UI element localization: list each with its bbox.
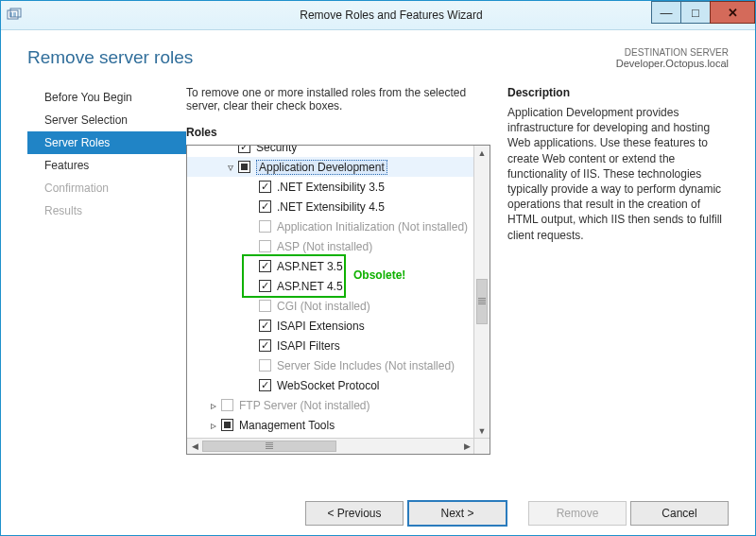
vertical-scroll-thumb[interactable] (476, 279, 488, 324)
tree-row[interactable]: Application Initialization (Not installe… (187, 216, 474, 236)
description-label: Description (507, 86, 729, 99)
tree-checkbox (221, 399, 233, 411)
tree-row[interactable]: Server Side Includes (Not installed) (187, 355, 474, 375)
tree-item-label: Server Side Includes (Not installed) (277, 359, 460, 372)
tree-row[interactable]: ▿Application Development (187, 157, 474, 177)
maximize-button[interactable]: □ (680, 1, 711, 24)
tree-row[interactable]: ▹Management Tools (187, 415, 474, 435)
wizard-steps-nav: Before You BeginServer SelectionServer R… (27, 86, 186, 491)
tree-checkbox (259, 300, 271, 312)
wizard-footer: < Previous Next > Remove Cancel (27, 491, 729, 536)
destination-server-name: Developer.Octopus.local (616, 58, 729, 69)
window-title: Remove Roles and Features Wizard (27, 9, 755, 22)
scroll-down-icon[interactable]: ▼ (474, 424, 490, 439)
tree-item-label: WebSocket Protocol (277, 379, 386, 392)
tree-checkbox[interactable] (221, 419, 233, 431)
wizard-step-server-selection[interactable]: Server Selection (27, 109, 186, 131)
scrollbar-corner (473, 438, 490, 454)
tree-row[interactable]: .NET Extensibility 4.5 (187, 197, 474, 216)
tree-item-label: Application Development (256, 160, 387, 175)
tree-row[interactable]: WebSocket Protocol (187, 375, 474, 395)
tree-row[interactable]: .NET Extensibility 3.5 (187, 177, 474, 197)
roles-label: Roles (186, 126, 490, 139)
wizard-step-before-you-begin[interactable]: Before You Begin (27, 86, 186, 109)
tree-checkbox[interactable] (259, 200, 271, 213)
close-button[interactable]: ✕ (710, 1, 755, 24)
roles-tree[interactable]: Security▿Application Development.NET Ext… (186, 145, 490, 455)
wizard-step-features[interactable]: Features (27, 154, 186, 177)
tree-item-label: ISAPI Extensions (277, 320, 370, 333)
remove-button: Remove (528, 501, 627, 526)
wizard-step-confirmation: Confirmation (27, 177, 186, 199)
page-header: Remove server roles DESTINATION SERVER D… (27, 47, 729, 69)
wizard-step-results: Results (27, 199, 186, 222)
tree-row[interactable]: ISAPI Extensions (187, 316, 474, 336)
tree-checkbox[interactable] (238, 161, 250, 173)
tree-row[interactable]: Security (187, 146, 474, 157)
tree-row[interactable]: ▹FTP Server (Not installed) (187, 395, 474, 415)
window-buttons: — □ ✕ (652, 1, 755, 22)
tree-item-label: .NET Extensibility 3.5 (277, 181, 390, 194)
tree-item-label: Management Tools (239, 419, 340, 432)
page-title: Remove server roles (27, 47, 193, 68)
tree-checkbox (259, 240, 271, 252)
horizontal-scroll-thumb[interactable] (202, 441, 336, 452)
tree-checkbox (259, 220, 271, 233)
tree-checkbox[interactable] (259, 339, 271, 352)
tree-item-label: CGI (Not installed) (277, 300, 376, 313)
vertical-scrollbar[interactable]: ▲ ▼ (473, 146, 490, 439)
wizard-window: Remove Roles and Features Wizard — □ ✕ R… (0, 0, 756, 536)
tree-checkbox[interactable] (259, 379, 271, 391)
scroll-left-icon[interactable]: ◀ (187, 439, 202, 454)
tree-checkbox[interactable] (259, 320, 271, 332)
tree-row[interactable]: ISAPI Filters (187, 336, 474, 355)
collapsed-icon[interactable]: ▹ (208, 419, 219, 432)
tree-row[interactable]: CGI (Not installed) (187, 296, 474, 316)
tree-item-label: Application Initialization (Not installe… (277, 220, 473, 233)
instruction-text: To remove one or more installed roles fr… (186, 86, 490, 112)
tree-row[interactable]: ASP (Not installed) (187, 236, 474, 256)
expanded-icon[interactable]: ▿ (225, 161, 236, 174)
scroll-right-icon[interactable]: ▶ (459, 439, 474, 454)
wizard-step-server-roles[interactable]: Server Roles (27, 131, 186, 154)
tree-checkbox[interactable] (259, 181, 271, 193)
destination-server-label: DESTINATION SERVER (616, 47, 729, 58)
horizontal-scrollbar[interactable]: ◀ ▶ (187, 438, 474, 454)
svg-rect-0 (8, 10, 18, 19)
svg-rect-2 (13, 12, 16, 17)
collapsed-icon[interactable]: ▹ (208, 399, 219, 412)
title-bar: Remove Roles and Features Wizard — □ ✕ (1, 1, 755, 30)
app-icon (7, 8, 22, 23)
minimize-button[interactable]: — (651, 1, 681, 24)
obsolete-annotation-box (242, 254, 346, 298)
next-button[interactable]: Next > (407, 500, 507, 527)
tree-item-label: Security (256, 146, 302, 154)
obsolete-annotation-label: Obsolete! (353, 268, 405, 282)
tree-checkbox (259, 359, 271, 372)
tree-item-label: FTP Server (Not installed) (239, 399, 376, 412)
description-text: Application Development provides infrast… (507, 105, 729, 243)
cancel-button[interactable]: Cancel (630, 501, 729, 526)
tree-item-label: ASP (Not installed) (277, 240, 378, 253)
previous-button[interactable]: < Previous (305, 501, 404, 526)
scroll-up-icon[interactable]: ▲ (474, 146, 490, 161)
tree-checkbox[interactable] (238, 146, 250, 153)
tree-item-label: .NET Extensibility 4.5 (277, 200, 390, 214)
tree-item-label: ISAPI Filters (277, 339, 346, 353)
destination-server-block: DESTINATION SERVER Developer.Octopus.loc… (616, 47, 729, 69)
